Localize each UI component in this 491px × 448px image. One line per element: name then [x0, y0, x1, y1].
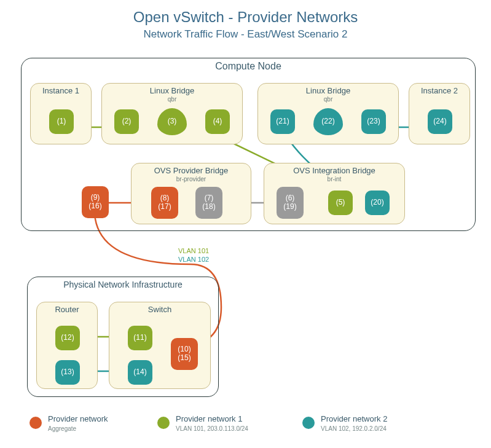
node-14-text: (14) [133, 368, 146, 377]
node-13: (13) [55, 360, 80, 385]
lb1-label: Linux Bridge [102, 86, 242, 95]
node-23-text: (23) [367, 117, 380, 126]
node-20: (20) [365, 191, 390, 215]
node-19-text: (19) [283, 203, 296, 211]
ovs-int-sub: br-int [264, 176, 404, 183]
instance2-label: Instance 2 [409, 86, 469, 95]
legend-net2-sub: VLAN 102, 192.0.2.0/24 [321, 425, 387, 432]
node-8-text: (8) [160, 194, 170, 203]
node-9-16: (9) (16) [82, 186, 109, 218]
ovs-prov-label: OVS Provider Bridge [132, 166, 251, 175]
router-box: Router (12) (13) [36, 302, 98, 389]
node-22-text: (22) [321, 117, 334, 126]
node-3: (3) [157, 108, 187, 135]
router-label: Router [37, 305, 97, 314]
lb2-label: Linux Bridge [258, 86, 398, 95]
node-20-text: (20) [371, 198, 383, 207]
ovs-prov-sub: br-provider [132, 176, 251, 183]
node-7-text: (7) [205, 194, 214, 203]
sub-title: Network Traffic Flow - East/West Scenari… [0, 28, 491, 41]
node-2-text: (2) [122, 117, 132, 126]
instance1-label: Instance 1 [31, 86, 91, 95]
node-4-text: (4) [213, 117, 222, 126]
node-14: (14) [128, 360, 152, 385]
legend-net1-title: Provider network 1 [176, 414, 242, 423]
vlan-102-label: VLAN 102 [178, 256, 209, 263]
node-8-17: (8) (17) [151, 187, 178, 219]
legend-net2-title: Provider network 2 [321, 414, 387, 423]
node-18-text: (18) [202, 203, 215, 211]
legend-net2-dot [302, 417, 315, 429]
node-11: (11) [128, 326, 152, 350]
node-13-text: (13) [61, 368, 74, 377]
node-23: (23) [361, 109, 386, 134]
node-7-18: (7) (18) [195, 187, 222, 219]
node-3-text: (3) [168, 117, 177, 126]
legend-net1-dot [157, 417, 170, 429]
node-21-text: (21) [276, 117, 289, 126]
node-12: (12) [55, 326, 80, 350]
node-2: (2) [114, 109, 139, 134]
switch-label: Switch [109, 305, 210, 314]
compute-node-group: Compute Node Instance 1 (1) Linux Bridge… [21, 58, 476, 231]
ovs-int-label: OVS Integration Bridge [264, 166, 404, 175]
legend-net1-sub: VLAN 101, 203.0.113.0/24 [176, 425, 248, 432]
ovs-int-box: OVS Integration Bridge br-int (6) (19) (… [264, 163, 405, 224]
node-10-text: (10) [178, 345, 191, 354]
lb2-sub: qbr [258, 96, 398, 103]
main-title: Open vSwitch - Provider Networks [0, 9, 491, 26]
node-5-text: (5) [336, 198, 345, 207]
node-21: (21) [270, 109, 295, 134]
node-24: (24) [428, 109, 452, 134]
ovs-provider-box: OVS Provider Bridge br-provider (8) (17)… [131, 163, 251, 224]
node-24-text: (24) [433, 117, 446, 126]
compute-node-label: Compute Node [22, 57, 475, 72]
node-12-text: (12) [61, 334, 74, 342]
instance1-box: Instance 1 (1) [30, 83, 92, 144]
legend-agg-dot [29, 417, 42, 429]
linux-bridge-1-box: Linux Bridge qbr (2) (3) (4) [101, 83, 243, 144]
node-22: (22) [313, 108, 343, 135]
node-1-text: (1) [57, 117, 66, 126]
vlan-101-label: VLAN 101 [178, 247, 209, 254]
node-17-text: (17) [158, 203, 171, 211]
legend-agg-sub: Aggregate [48, 425, 76, 432]
node-15-text: (15) [178, 354, 191, 363]
node-5: (5) [328, 191, 353, 215]
node-4: (4) [205, 109, 230, 134]
legend-agg-title: Provider network [48, 414, 108, 423]
instance2-box: Instance 2 (24) [409, 83, 470, 144]
phys-infra-label: Physical Network Infrastructure [28, 276, 218, 289]
phys-infra-group: Physical Network Infrastructure Router (… [27, 277, 219, 397]
node-11-text: (11) [133, 334, 146, 342]
lb1-sub: qbr [102, 96, 242, 103]
linux-bridge-2-box: Linux Bridge qbr (21) (22) (23) [257, 83, 399, 144]
switch-box: Switch (11) (14) (10) (15) [109, 302, 211, 389]
node-6-text: (6) [286, 194, 295, 203]
node-16-text: (16) [88, 202, 101, 211]
node-1: (1) [49, 109, 74, 134]
node-9-text: (9) [91, 194, 100, 202]
node-6-19: (6) (19) [277, 187, 304, 219]
node-10-15: (10) (15) [171, 338, 198, 370]
